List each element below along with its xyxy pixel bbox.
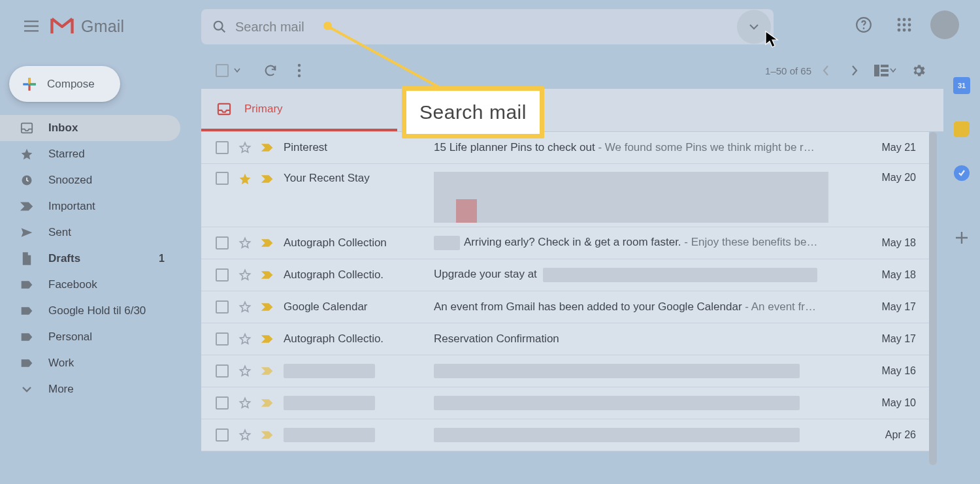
email-row[interactable]: Autograph CollectionArriving early? Chec… <box>201 227 929 259</box>
importance-marker[interactable] <box>260 332 274 346</box>
label-icon <box>20 332 34 342</box>
more-vert-icon <box>297 63 301 78</box>
compose-button[interactable]: Compose <box>9 66 120 102</box>
email-row[interactable]: Autograph Collectio.Upgrade your stay at… <box>201 259 929 291</box>
row-checkbox[interactable] <box>216 364 229 378</box>
apps-button[interactable] <box>890 10 919 39</box>
email-row[interactable]: Pinterest15 Life planner Pins to check o… <box>201 132 929 164</box>
plus-icon <box>955 231 969 245</box>
sidebar-item-inbox[interactable]: Inbox <box>0 115 180 141</box>
sidebar-item-starred[interactable]: Starred <box>0 141 180 167</box>
tab-primary-label: Primary <box>244 103 283 116</box>
importance-marker[interactable] <box>260 364 274 378</box>
search-box[interactable] <box>201 9 774 44</box>
star-toggle[interactable] <box>238 172 252 186</box>
importance-marker[interactable] <box>260 236 274 250</box>
search-icon[interactable] <box>204 11 235 42</box>
tab-primary[interactable]: Primary <box>201 89 397 131</box>
sidebar-item-label: Drafts <box>48 252 80 265</box>
older-button[interactable] <box>840 56 869 85</box>
calendar-addon[interactable]: 31 <box>950 74 973 97</box>
star-toggle[interactable] <box>238 396 252 410</box>
importance-marker[interactable] <box>260 300 274 314</box>
email-row[interactable]: Autograph Collectio.Reservation Confirma… <box>201 323 929 355</box>
row-sender: Autograph Collection <box>284 236 434 250</box>
star-toggle[interactable] <box>238 300 252 314</box>
apps-grid-icon <box>897 18 911 32</box>
sidebar-item-work[interactable]: Work <box>0 350 180 376</box>
sidebar-item-facebook[interactable]: Facebook <box>0 272 180 298</box>
keep-addon[interactable] <box>950 118 973 141</box>
row-date: May 17 <box>866 301 916 313</box>
support-button[interactable] <box>849 10 878 39</box>
star-toggle[interactable] <box>238 364 252 378</box>
compose-label: Compose <box>47 78 95 91</box>
scrollbar[interactable] <box>929 132 937 484</box>
newer-button[interactable] <box>811 56 840 85</box>
email-row[interactable]: Your Recent StayMay 20 <box>201 164 929 227</box>
row-checkbox[interactable] <box>216 236 229 250</box>
sidebar-item-label: Google Hold til 6/30 <box>48 304 146 317</box>
gmail-logo[interactable]: Gmail <box>50 16 124 36</box>
sidebar-item-google-hold-til-6-30[interactable]: Google Hold til 6/30 <box>0 298 180 324</box>
row-sender <box>284 364 434 378</box>
row-sender <box>284 428 434 442</box>
star-toggle[interactable] <box>238 332 252 346</box>
row-date: May 21 <box>866 142 916 153</box>
row-date: May 17 <box>866 333 916 345</box>
importance-icon <box>20 201 34 212</box>
row-checkbox[interactable] <box>216 172 229 185</box>
star-toggle[interactable] <box>238 428 252 442</box>
row-sender: Pinterest <box>284 141 434 154</box>
row-sender: Your Recent Stay <box>284 172 434 185</box>
sidebar-item-important[interactable]: Important <box>0 193 180 219</box>
split-pane-button[interactable] <box>874 65 896 76</box>
importance-marker[interactable] <box>260 172 274 186</box>
row-checkbox[interactable] <box>216 141 229 154</box>
importance-marker[interactable] <box>260 428 274 442</box>
email-row[interactable]: May 10 <box>201 387 929 419</box>
row-checkbox[interactable] <box>216 332 229 346</box>
row-checkbox[interactable] <box>216 300 229 314</box>
sidebar-item-label: More <box>48 383 74 396</box>
importance-marker[interactable] <box>260 268 274 282</box>
tasks-addon[interactable] <box>950 162 973 185</box>
email-row[interactable]: May 16 <box>201 355 929 387</box>
sidebar-item-sent[interactable]: Sent <box>0 219 180 246</box>
get-addons-button[interactable] <box>950 226 973 249</box>
tasks-icon <box>954 165 970 181</box>
refresh-button[interactable] <box>256 56 285 85</box>
row-checkbox[interactable] <box>216 428 229 442</box>
account-avatar[interactable] <box>930 10 959 39</box>
email-row[interactable]: Apr 26 <box>201 419 929 451</box>
gear-icon <box>911 63 926 78</box>
row-date: May 10 <box>866 397 916 409</box>
inbox-icon <box>20 122 34 134</box>
importance-marker[interactable] <box>260 140 274 155</box>
sidebar-item-personal[interactable]: Personal <box>0 324 180 350</box>
sidebar-item-count: 1 <box>159 253 165 265</box>
refresh-icon <box>263 63 278 78</box>
row-checkbox[interactable] <box>216 268 229 282</box>
svg-rect-19 <box>881 69 889 72</box>
row-sender: Autograph Collectio. <box>284 268 434 282</box>
sidebar-item-more[interactable]: More <box>0 376 180 402</box>
settings-button[interactable] <box>904 56 933 85</box>
clock-icon <box>20 174 34 187</box>
sidebar-item-drafts[interactable]: Drafts1 <box>0 246 180 272</box>
star-toggle[interactable] <box>238 236 252 250</box>
email-row[interactable]: Google CalendarAn event from Gmail has b… <box>201 291 929 323</box>
search-input[interactable] <box>235 20 737 35</box>
star-toggle[interactable] <box>238 140 252 155</box>
sidebar-item-snoozed[interactable]: Snoozed <box>0 167 180 193</box>
star-toggle[interactable] <box>238 268 252 282</box>
category-tabs: Primary <box>201 89 943 132</box>
select-all-checkbox[interactable] <box>216 64 240 77</box>
main-menu-button[interactable] <box>16 10 47 42</box>
row-checkbox[interactable] <box>216 396 229 410</box>
more-button[interactable] <box>285 56 314 85</box>
chevron-right-icon <box>851 65 858 76</box>
send-icon <box>20 227 34 238</box>
svg-point-4 <box>903 18 906 22</box>
importance-marker[interactable] <box>260 396 274 410</box>
